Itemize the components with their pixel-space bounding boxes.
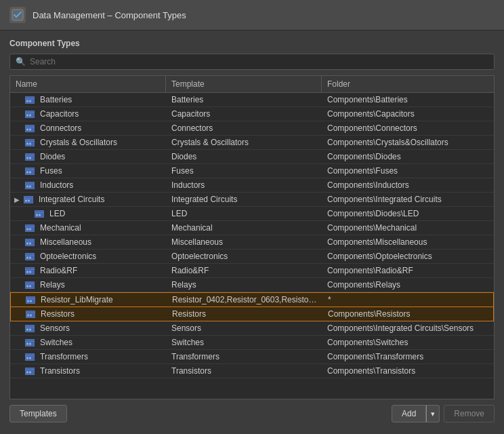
table-row[interactable]: InductorsInductorsComponents\Inductors <box>10 178 494 193</box>
table-row[interactable]: ResistorsResistorsComponents\Resistors <box>10 307 494 321</box>
section-title: Component Types <box>9 39 495 48</box>
component-type-icon <box>25 109 37 119</box>
col-header-folder: Folder <box>322 76 494 92</box>
table-row[interactable]: ConnectorsConnectorsComponents\Connector… <box>10 121 494 136</box>
svg-rect-68 <box>29 329 31 331</box>
svg-rect-60 <box>30 300 32 302</box>
template-cell: Batteries <box>166 93 322 106</box>
row-name-label: Batteries <box>40 95 72 104</box>
svg-rect-56 <box>29 285 31 288</box>
component-type-icon <box>25 95 37 104</box>
template-cell: Resistor_0402,Resistor_0603,Resistor_080… <box>167 293 322 307</box>
name-cell: Switches <box>10 336 166 349</box>
template-cell: Sensors <box>166 321 322 335</box>
folder-cell: Components\Relays <box>322 278 494 292</box>
table-row[interactable]: FusesFusesComponents\Fuses <box>10 164 494 178</box>
folder-cell: Components\Diodes <box>322 150 494 163</box>
row-name-label: Radio&RF <box>40 266 77 275</box>
template-cell: Relays <box>166 278 322 292</box>
folder-cell: Components\Radio&RF <box>322 264 494 277</box>
table-row[interactable]: ▶ Integrated CircuitsIntegrated Circuits… <box>10 193 494 207</box>
col-header-name: Name <box>10 76 166 92</box>
folder-cell: Components\Optoelectronics <box>322 250 494 263</box>
template-cell: Switches <box>166 336 322 349</box>
row-name-label: Inductors <box>40 180 73 190</box>
table-row[interactable]: DiodesDiodesComponents\Diodes <box>10 150 494 164</box>
component-type-icon <box>25 266 37 275</box>
svg-rect-40 <box>29 229 31 231</box>
template-cell: Transistors <box>166 364 322 378</box>
table-row[interactable]: CapacitorsCapacitorsComponents\Capacitor… <box>10 107 494 121</box>
search-input[interactable] <box>30 57 488 66</box>
row-name-label: Mechanical <box>40 223 81 233</box>
window-title: Data Management – Component Types <box>33 10 186 20</box>
svg-rect-7 <box>26 115 28 117</box>
name-cell: Optoelectronics <box>10 250 166 263</box>
template-cell: LED <box>166 207 322 220</box>
template-cell: Radio&RF <box>166 264 322 277</box>
row-name-label: Resistor_LibMigrate <box>41 295 113 304</box>
svg-rect-67 <box>26 329 28 331</box>
name-cell: Sensors <box>10 321 166 335</box>
table-row[interactable]: OptoelectronicsOptoelectronicsComponents… <box>10 250 494 264</box>
name-cell: Radio&RF <box>10 264 166 277</box>
table-row[interactable]: Crystals & OscillatorsCrystals & Oscilla… <box>10 136 494 150</box>
table-row[interactable]: Radio&RFRadio&RFComponents\Radio&RF <box>10 264 494 278</box>
name-cell: Batteries <box>10 93 166 106</box>
table-row[interactable]: Resistor_LibMigrateResistor_0402,Resisto… <box>10 292 494 307</box>
table-row[interactable]: TransformersTransformersComponents\Trans… <box>10 350 494 364</box>
name-cell: Mechanical <box>10 221 166 235</box>
svg-rect-55 <box>26 285 28 288</box>
search-icon: 🔍 <box>16 57 26 66</box>
svg-rect-20 <box>29 157 31 159</box>
table-body: BatteriesBatteriesComponents\Batteries C… <box>10 93 494 378</box>
template-cell: Capacitors <box>166 107 322 121</box>
row-name-label: Fuses <box>40 166 62 176</box>
name-cell: Diodes <box>10 150 166 163</box>
svg-rect-32 <box>28 200 30 202</box>
title-bar: Data Management – Component Types <box>0 0 504 31</box>
expand-arrow-icon[interactable]: ▶ <box>14 196 20 203</box>
row-name-label: Diodes <box>40 152 65 161</box>
table-row[interactable]: MiscellaneousMiscellaneousComponents\Mis… <box>10 235 494 250</box>
svg-rect-35 <box>36 214 38 216</box>
svg-rect-36 <box>39 214 41 216</box>
add-dropdown-button[interactable]: ▾ <box>426 405 440 422</box>
search-bar: 🔍 <box>9 54 495 70</box>
remove-button: Remove <box>444 405 495 422</box>
table-row[interactable]: BatteriesBatteriesComponents\Batteries <box>10 93 494 107</box>
name-cell: Relays <box>10 278 166 292</box>
table-header: Name Template Folder <box>10 76 494 93</box>
add-button[interactable]: Add <box>392 405 426 422</box>
name-cell: Capacitors <box>10 107 166 121</box>
component-type-icon <box>25 252 37 261</box>
row-name-label: Transformers <box>40 352 88 361</box>
table-row[interactable]: LEDLEDComponents\Diodes\LED <box>10 207 494 221</box>
template-cell: Miscellaneous <box>166 235 322 249</box>
templates-button[interactable]: Templates <box>9 405 67 422</box>
template-cell: Inductors <box>166 178 322 192</box>
app-icon <box>9 7 26 23</box>
table-row[interactable]: SwitchesSwitchesComponents\Switches <box>10 336 494 350</box>
row-name-label: Miscellaneous <box>40 237 91 247</box>
component-type-icon <box>25 323 37 333</box>
name-cell: Transistors <box>10 364 166 378</box>
svg-rect-12 <box>29 129 31 131</box>
component-type-icon <box>24 195 36 204</box>
table-row[interactable]: MechanicalMechanicalComponents\Mechanica… <box>10 221 494 235</box>
folder-cell: Components\Integrated Circuits <box>322 193 494 206</box>
svg-rect-75 <box>26 357 28 359</box>
table-row[interactable]: SensorsSensorsComponents\Integrated Circ… <box>10 321 494 336</box>
folder-cell: Components\Miscellaneous <box>322 235 494 249</box>
component-type-icon <box>25 352 37 361</box>
folder-cell: Components\Integrated Circuits\Sensors <box>322 321 494 335</box>
template-cell: Crystals & Oscillators <box>166 136 322 149</box>
svg-rect-43 <box>26 243 28 245</box>
table-row[interactable]: TransistorsTransistorsComponents\Transis… <box>10 364 494 378</box>
folder-cell: Components\Diodes\LED <box>322 207 494 220</box>
table-row[interactable]: RelaysRelaysComponents\Relays <box>10 278 494 292</box>
row-name-label: Transistors <box>40 366 80 376</box>
folder-cell: * <box>322 293 493 307</box>
row-name-label: Switches <box>40 338 72 347</box>
folder-cell: Components\Crystals&Oscillators <box>322 136 494 149</box>
